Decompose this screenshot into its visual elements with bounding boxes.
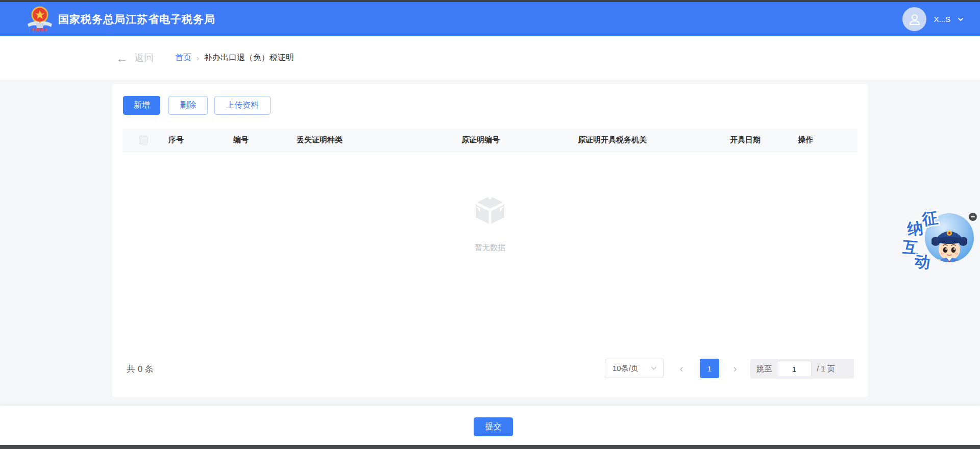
page-size-value: 10条/页 [612, 364, 639, 373]
col-number: 编号 [233, 135, 297, 145]
col-issuing-authority: 原证明开具税务机关 [578, 135, 730, 145]
col-original-cert-no: 原证明编号 [461, 135, 578, 145]
chevron-down-icon [958, 16, 964, 22]
back-button[interactable]: 返回 [134, 52, 154, 65]
back-arrow-icon[interactable]: ← [116, 52, 128, 64]
col-issue-date: 开具日期 [730, 135, 798, 145]
breadcrumb-bar: ← 返回 首页 › 补办出口退（免）税证明 [0, 36, 980, 80]
page-jump-group: 跳至 / 1 页 [750, 359, 854, 379]
svg-text:纳: 纳 [906, 219, 924, 238]
user-label: X...S [934, 15, 950, 23]
select-all-checkbox[interactable] [139, 136, 148, 144]
app-header: 中国税务 国家税务总局江苏省电子税务局 X...S [0, 2, 980, 36]
breadcrumb-home-link[interactable]: 首页 [175, 53, 191, 63]
col-lost-cert-type: 丢失证明种类 [297, 135, 461, 145]
user-icon [908, 13, 921, 26]
col-checkbox [122, 136, 168, 144]
assistant-minimize-button[interactable] [969, 213, 977, 221]
delete-button[interactable]: 删除 [168, 96, 208, 115]
logo-caption: 中国税务 [26, 28, 54, 33]
total-pages-label: / 1 页 [817, 364, 835, 374]
select-chevron-icon [651, 365, 657, 371]
empty-text: 暂无数据 [122, 243, 857, 253]
prev-page-button[interactable]: ‹ [674, 359, 689, 378]
table-header-row: 序号 编号 丢失证明种类 原证明编号 原证明开具税务机关 开具日期 操作 [122, 129, 857, 152]
user-menu[interactable]: X...S [902, 2, 964, 36]
next-page-button[interactable]: › [727, 359, 743, 378]
avatar[interactable] [902, 7, 926, 31]
upload-materials-button[interactable]: 上传资料 [214, 96, 271, 115]
empty-state: 暂无数据 [122, 194, 857, 253]
minus-icon [971, 216, 975, 217]
tax-officer-mascot-icon [932, 221, 967, 262]
jump-page-input[interactable] [777, 361, 812, 377]
assistant-bubble[interactable] [925, 213, 974, 262]
current-page-button[interactable]: 1 [700, 359, 719, 378]
empty-box-icon [474, 194, 506, 227]
breadcrumb: ← 返回 首页 › 补办出口退（免）税证明 [116, 36, 294, 80]
svg-text:互: 互 [901, 238, 919, 257]
breadcrumb-current: 补办出口退（免）税证明 [204, 53, 294, 63]
col-actions: 操作 [798, 135, 857, 145]
jump-to-label: 跳至 [756, 364, 772, 374]
window-frame-bottom [0, 445, 980, 449]
breadcrumb-separator: › [197, 54, 199, 62]
svg-text:动: 动 [913, 252, 932, 271]
page-size-select[interactable]: 10条/页 [605, 359, 664, 378]
col-index: 序号 [168, 135, 233, 145]
interaction-assistant-widget[interactable]: 征 纳 互 动 [896, 202, 980, 278]
add-button[interactable]: 新增 [123, 96, 160, 115]
submit-button[interactable]: 提交 [474, 417, 513, 436]
total-count: 共 0 条 [127, 363, 154, 375]
page-title: 国家税务总局江苏省电子税务局 [58, 2, 215, 36]
